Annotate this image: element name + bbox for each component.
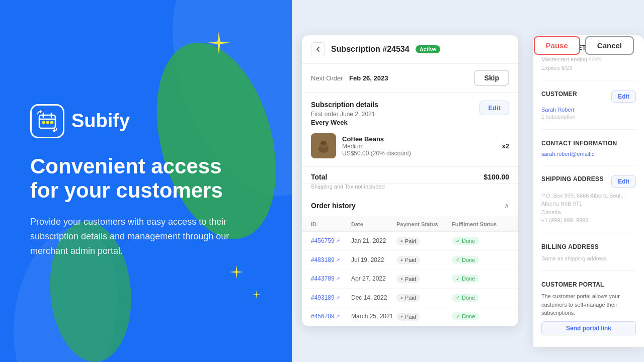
product-image xyxy=(311,133,336,158)
shipping-phone: +1 (999) 999_9999 xyxy=(541,216,636,225)
billing-title: BILLING ADDRESS xyxy=(541,243,599,250)
order-date: March 25, 2021 xyxy=(351,313,396,320)
logo-area: Subify xyxy=(30,104,262,138)
customer-edit-button[interactable]: Edit xyxy=(611,90,636,103)
next-order-label: Next Order xyxy=(311,74,343,82)
portal-section: Customer portal The customer portal allo… xyxy=(541,281,636,343)
sub-details-info: Subscription details First order June 2,… xyxy=(311,101,378,126)
order-history-section: Order history ∧ ID Date Payment Status F… xyxy=(302,195,518,326)
star-decoration-2 xyxy=(229,264,244,282)
table-row: #483189 ↗ Jul 19, 2022 Paid Done xyxy=(302,251,518,270)
table-row: #456759 ↗ Jan 21, 2022 Paid Done xyxy=(302,232,518,251)
subscription-details-title: Subscription details xyxy=(311,101,378,109)
contact-title: CONTACT INFORMATION xyxy=(541,140,617,147)
customer-name[interactable]: Sarah Robert xyxy=(541,107,636,113)
order-payment-status: Paid xyxy=(396,294,452,302)
col-header-date: Date xyxy=(351,221,396,227)
order-date: Jan 21, 2022 xyxy=(351,237,396,244)
frequency-text: Every Week xyxy=(311,119,378,126)
product-variant: Medium xyxy=(342,143,496,150)
product-name: Coffee Beans xyxy=(342,135,496,143)
svg-point-9 xyxy=(320,141,327,145)
order-id-link[interactable]: #456759 ↗ xyxy=(311,237,351,244)
send-portal-link-button[interactable]: Send portal link xyxy=(541,321,636,335)
active-badge: Active xyxy=(416,45,440,53)
shipping-header: SHIPPING ADDRESS Edit xyxy=(541,175,636,188)
back-button[interactable] xyxy=(311,42,325,56)
table-header: ID Date Payment Status Fulfilment Status xyxy=(302,217,518,232)
right-sidebar: Payment Method Mastercard ending 4444 Ex… xyxy=(533,35,644,347)
col-header-payment: Payment Status xyxy=(396,221,452,227)
logo-icon xyxy=(30,104,64,138)
collapse-icon[interactable]: ∧ xyxy=(504,202,509,210)
order-date: Dec 14, 2022 xyxy=(351,294,396,301)
table-row: #493189 ↗ Dec 14, 2022 Paid Done xyxy=(302,289,518,308)
product-quantity: x2 xyxy=(502,142,509,150)
order-date: Apr 27, 2022 xyxy=(351,275,396,282)
customer-title: Customer xyxy=(541,90,577,98)
card-info: Mastercard ending 4444 xyxy=(541,55,636,64)
order-rows-container: #456759 ↗ Jan 21, 2022 Paid Done #483189… xyxy=(302,232,518,326)
svg-rect-6 xyxy=(50,121,53,124)
first-order-text: First order June 2, 2021 xyxy=(311,111,378,118)
shipping-title: SHIPPING ADDRESS xyxy=(541,175,604,183)
logo-name: Subify xyxy=(71,110,130,132)
order-history-table: ID Date Payment Status Fulfilment Status… xyxy=(302,217,518,326)
star-decoration-3 xyxy=(252,290,262,302)
portal-description: The customer portal allows your customer… xyxy=(541,292,636,317)
order-history-title: Order history xyxy=(311,202,356,210)
order-date: Jul 19, 2022 xyxy=(351,256,396,263)
order-fulfilment-status: Done xyxy=(452,256,512,264)
order-history-header: Order history ∧ xyxy=(302,195,518,217)
customer-section: Customer Edit Sarah Robert 1 subscriptio… xyxy=(541,90,636,130)
order-id-link[interactable]: #493189 ↗ xyxy=(311,294,351,301)
table-row: #456789 ↗ March 25, 2021 Paid Done xyxy=(302,307,518,326)
shipping-section: SHIPPING ADDRESS Edit P.O. Box 999, 6666… xyxy=(541,175,636,233)
contact-email[interactable]: sarah.robert@email.c xyxy=(541,151,636,157)
billing-address: Same as shipping address xyxy=(541,254,636,263)
order-fulfilment-status: Done xyxy=(452,275,512,283)
total-amount: $100.00 xyxy=(484,173,509,181)
order-id-link[interactable]: #443789 ↗ xyxy=(311,275,351,282)
svg-rect-4 xyxy=(42,121,45,124)
order-payment-status: Paid xyxy=(396,312,452,321)
shipping-country: Canada xyxy=(541,208,636,217)
customer-header: Customer Edit xyxy=(541,90,636,103)
subscription-edit-button[interactable]: Edit xyxy=(479,101,509,115)
pause-button[interactable]: Pause xyxy=(534,36,580,55)
order-payment-status: Paid xyxy=(396,275,452,283)
contact-header: CONTACT INFORMATION xyxy=(541,140,636,147)
cancel-button[interactable]: Cancel xyxy=(585,36,634,55)
table-row: #443789 ↗ Apr 27, 2022 Paid Done xyxy=(302,269,518,289)
card-header: Subscription #24534 Active xyxy=(302,35,518,64)
subscription-title: Subscription #24534 xyxy=(331,45,410,54)
order-payment-status: Paid xyxy=(396,237,452,245)
order-id-link[interactable]: #456789 ↗ xyxy=(311,313,351,320)
billing-section: BILLING ADDRESS Same as shipping address xyxy=(541,243,636,272)
total-row: Total $100.00 xyxy=(302,167,518,184)
col-header-fulfilment: Fulfilment Status xyxy=(452,221,512,227)
next-order-bar: Next Order Feb 26, 2023 Skip xyxy=(302,64,518,93)
subtext: Provide your customers with easy access … xyxy=(30,215,242,258)
skip-button[interactable]: Skip xyxy=(474,70,509,86)
product-row: Coffee Beans Medium US$50.00 (20% discou… xyxy=(311,133,509,158)
top-buttons-area: Pause Cancel xyxy=(534,36,634,55)
shipping-edit-button[interactable]: Edit xyxy=(611,175,636,188)
order-payment-status: Paid xyxy=(396,256,452,264)
shipping-address: P.O. Box 999, 6666 Alberta Boul... xyxy=(541,192,636,200)
next-order-info: Next Order Feb 26, 2023 xyxy=(311,73,388,82)
order-fulfilment-status: Done xyxy=(452,294,512,302)
shipping-city: Alberta N9B 9T1 xyxy=(541,200,636,208)
order-fulfilment-status: Done xyxy=(452,312,512,320)
next-order-date: Feb 26, 2023 xyxy=(349,74,388,82)
headline: Convenient access for your customers xyxy=(30,154,242,203)
contact-section: CONTACT INFORMATION sarah.robert@email.c xyxy=(541,140,636,165)
portal-title: Customer portal xyxy=(541,281,604,288)
order-id-link[interactable]: #483189 ↗ xyxy=(311,256,351,263)
left-panel: Subify Convenient access for your custom… xyxy=(0,0,292,362)
portal-header: Customer portal xyxy=(541,281,636,288)
shipping-note: Shipping and Tax not included xyxy=(302,184,518,195)
product-info: Coffee Beans Medium US$50.00 (20% discou… xyxy=(342,135,496,157)
billing-header: BILLING ADDRESS xyxy=(541,243,636,250)
subscription-details-section: Subscription details First order June 2,… xyxy=(302,93,518,167)
